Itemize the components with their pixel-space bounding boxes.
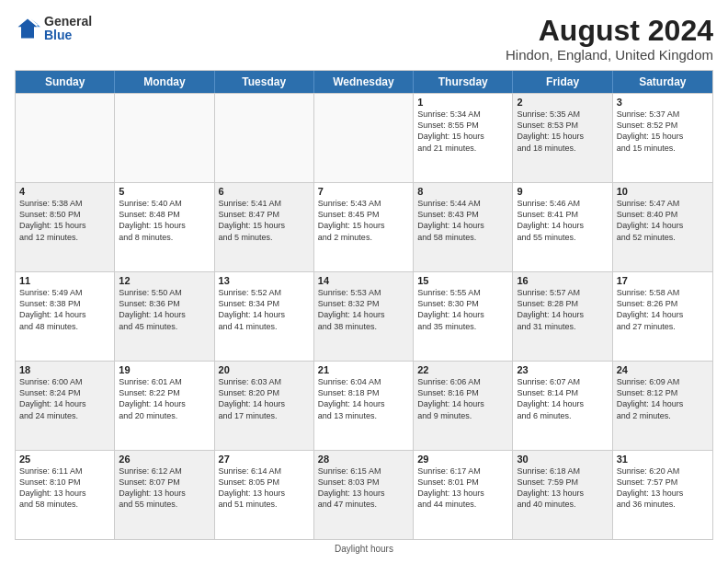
cal-cell: 20Sunrise: 6:03 AM Sunset: 8:20 PM Dayli… xyxy=(215,362,314,450)
cell-info: Sunrise: 6:20 AM Sunset: 7:57 PM Dayligh… xyxy=(617,465,709,511)
week-row-3: 11Sunrise: 5:49 AM Sunset: 8:38 PM Dayli… xyxy=(16,271,712,361)
cell-info: Sunrise: 5:37 AM Sunset: 8:52 PM Dayligh… xyxy=(617,109,709,154)
day-number: 10 xyxy=(617,186,709,197)
day-number: 4 xyxy=(19,186,110,197)
day-number: 20 xyxy=(219,364,310,375)
cal-cell: 11Sunrise: 5:49 AM Sunset: 8:38 PM Dayli… xyxy=(16,272,115,361)
day-number: 25 xyxy=(19,454,110,465)
cell-info: Sunrise: 5:41 AM Sunset: 8:47 PM Dayligh… xyxy=(219,198,310,243)
cal-cell: 25Sunrise: 6:11 AM Sunset: 8:10 PM Dayli… xyxy=(16,451,115,539)
cal-cell: 7Sunrise: 5:43 AM Sunset: 8:45 PM Daylig… xyxy=(314,183,414,271)
cell-info: Sunrise: 6:12 AM Sunset: 8:07 PM Dayligh… xyxy=(119,465,210,511)
cell-info: Sunrise: 6:03 AM Sunset: 8:20 PM Dayligh… xyxy=(219,376,310,421)
header: General Blue August 2024 Hindon, England… xyxy=(15,15,713,63)
cell-info: Sunrise: 6:09 AM Sunset: 8:12 PM Dayligh… xyxy=(617,376,709,421)
cell-info: Sunrise: 5:57 AM Sunset: 8:28 PM Dayligh… xyxy=(517,287,608,332)
day-number: 14 xyxy=(318,275,409,286)
day-number: 6 xyxy=(219,186,310,197)
cell-info: Sunrise: 5:55 AM Sunset: 8:30 PM Dayligh… xyxy=(417,287,508,332)
location: Hindon, England, United Kingdom xyxy=(506,47,713,63)
cal-cell xyxy=(215,94,314,182)
cal-cell: 13Sunrise: 5:52 AM Sunset: 8:34 PM Dayli… xyxy=(215,272,314,361)
day-number: 23 xyxy=(517,364,608,375)
day-number: 30 xyxy=(517,454,608,465)
cal-cell: 21Sunrise: 6:04 AM Sunset: 8:18 PM Dayli… xyxy=(314,362,414,450)
day-number: 13 xyxy=(219,275,310,286)
day-header-monday: Monday xyxy=(115,71,214,93)
cal-cell: 24Sunrise: 6:09 AM Sunset: 8:12 PM Dayli… xyxy=(613,362,712,450)
cal-cell: 22Sunrise: 6:06 AM Sunset: 8:16 PM Dayli… xyxy=(414,362,513,450)
day-number: 1 xyxy=(417,97,508,108)
day-number: 11 xyxy=(19,275,110,286)
page: General Blue August 2024 Hindon, England… xyxy=(0,0,728,563)
day-number: 26 xyxy=(119,454,210,465)
cal-cell: 28Sunrise: 6:15 AM Sunset: 8:03 PM Dayli… xyxy=(314,451,414,539)
day-number: 9 xyxy=(517,186,608,197)
cell-info: Sunrise: 5:53 AM Sunset: 8:32 PM Dayligh… xyxy=(318,287,409,332)
cal-cell: 5Sunrise: 5:40 AM Sunset: 8:48 PM Daylig… xyxy=(115,183,214,271)
day-number: 24 xyxy=(617,364,709,375)
day-number: 17 xyxy=(617,275,709,286)
cal-cell: 10Sunrise: 5:47 AM Sunset: 8:40 PM Dayli… xyxy=(613,183,712,271)
week-row-4: 18Sunrise: 6:00 AM Sunset: 8:24 PM Dayli… xyxy=(16,361,712,450)
cal-cell: 16Sunrise: 5:57 AM Sunset: 8:28 PM Dayli… xyxy=(513,272,612,361)
cal-cell: 19Sunrise: 6:01 AM Sunset: 8:22 PM Dayli… xyxy=(115,362,214,450)
cell-info: Sunrise: 6:01 AM Sunset: 8:22 PM Dayligh… xyxy=(119,376,210,421)
cell-info: Sunrise: 6:14 AM Sunset: 8:05 PM Dayligh… xyxy=(219,465,310,511)
cal-cell: 15Sunrise: 5:55 AM Sunset: 8:30 PM Dayli… xyxy=(414,272,513,361)
cal-cell: 29Sunrise: 6:17 AM Sunset: 8:01 PM Dayli… xyxy=(414,451,513,539)
logo-icon xyxy=(15,16,40,41)
day-number: 5 xyxy=(119,186,210,197)
cell-info: Sunrise: 6:00 AM Sunset: 8:24 PM Dayligh… xyxy=(19,376,110,421)
day-number: 18 xyxy=(19,364,110,375)
cell-info: Sunrise: 5:40 AM Sunset: 8:48 PM Dayligh… xyxy=(119,198,210,243)
logo-general-text: General xyxy=(44,15,92,29)
logo-blue-text: Blue xyxy=(44,29,92,42)
cell-info: Sunrise: 5:49 AM Sunset: 8:38 PM Dayligh… xyxy=(19,287,110,332)
cal-cell: 31Sunrise: 6:20 AM Sunset: 7:57 PM Dayli… xyxy=(613,451,712,539)
cal-cell xyxy=(115,94,214,182)
calendar-header-row: SundayMondayTuesdayWednesdayThursdayFrid… xyxy=(16,71,712,93)
cell-info: Sunrise: 6:07 AM Sunset: 8:14 PM Dayligh… xyxy=(517,376,608,421)
cal-cell: 23Sunrise: 6:07 AM Sunset: 8:14 PM Dayli… xyxy=(513,362,612,450)
cal-cell: 26Sunrise: 6:12 AM Sunset: 8:07 PM Dayli… xyxy=(115,451,214,539)
cal-cell: 12Sunrise: 5:50 AM Sunset: 8:36 PM Dayli… xyxy=(115,272,214,361)
day-number: 28 xyxy=(318,454,409,465)
cell-info: Sunrise: 5:58 AM Sunset: 8:26 PM Dayligh… xyxy=(617,287,709,332)
cell-info: Sunrise: 6:18 AM Sunset: 7:59 PM Dayligh… xyxy=(517,465,608,511)
cal-cell xyxy=(314,94,414,182)
cell-info: Sunrise: 5:34 AM Sunset: 8:55 PM Dayligh… xyxy=(417,109,508,154)
day-number: 7 xyxy=(318,186,409,197)
day-number: 12 xyxy=(119,275,210,286)
day-header-wednesday: Wednesday xyxy=(314,71,414,93)
day-header-sunday: Sunday xyxy=(16,71,115,93)
day-header-thursday: Thursday xyxy=(414,71,513,93)
cell-info: Sunrise: 5:46 AM Sunset: 8:41 PM Dayligh… xyxy=(517,198,608,243)
cell-info: Sunrise: 6:11 AM Sunset: 8:10 PM Dayligh… xyxy=(19,465,110,511)
calendar-body: 1Sunrise: 5:34 AM Sunset: 8:55 PM Daylig… xyxy=(16,93,712,539)
month-year: August 2024 xyxy=(506,15,713,47)
cal-cell: 18Sunrise: 6:00 AM Sunset: 8:24 PM Dayli… xyxy=(16,362,115,450)
week-row-5: 25Sunrise: 6:11 AM Sunset: 8:10 PM Dayli… xyxy=(16,450,712,539)
cell-info: Sunrise: 5:47 AM Sunset: 8:40 PM Dayligh… xyxy=(617,198,709,243)
week-row-2: 4Sunrise: 5:38 AM Sunset: 8:50 PM Daylig… xyxy=(16,182,712,271)
day-number: 31 xyxy=(617,454,709,465)
day-number: 27 xyxy=(219,454,310,465)
cal-cell: 4Sunrise: 5:38 AM Sunset: 8:50 PM Daylig… xyxy=(16,183,115,271)
cell-info: Sunrise: 6:04 AM Sunset: 8:18 PM Dayligh… xyxy=(318,376,409,421)
cell-info: Sunrise: 5:44 AM Sunset: 8:43 PM Dayligh… xyxy=(417,198,508,243)
title-block: August 2024 Hindon, England, United King… xyxy=(506,15,713,63)
day-number: 22 xyxy=(417,364,508,375)
day-number: 19 xyxy=(119,364,210,375)
cell-info: Sunrise: 6:17 AM Sunset: 8:01 PM Dayligh… xyxy=(417,465,508,511)
day-header-friday: Friday xyxy=(513,71,612,93)
day-number: 15 xyxy=(417,275,508,286)
cal-cell xyxy=(16,94,115,182)
day-header-saturday: Saturday xyxy=(613,71,712,93)
cal-cell: 2Sunrise: 5:35 AM Sunset: 8:53 PM Daylig… xyxy=(513,94,612,182)
week-row-1: 1Sunrise: 5:34 AM Sunset: 8:55 PM Daylig… xyxy=(16,93,712,182)
day-number: 3 xyxy=(617,97,709,108)
day-number: 29 xyxy=(417,454,508,465)
calendar: SundayMondayTuesdayWednesdayThursdayFrid… xyxy=(15,70,713,540)
cal-cell: 6Sunrise: 5:41 AM Sunset: 8:47 PM Daylig… xyxy=(215,183,314,271)
